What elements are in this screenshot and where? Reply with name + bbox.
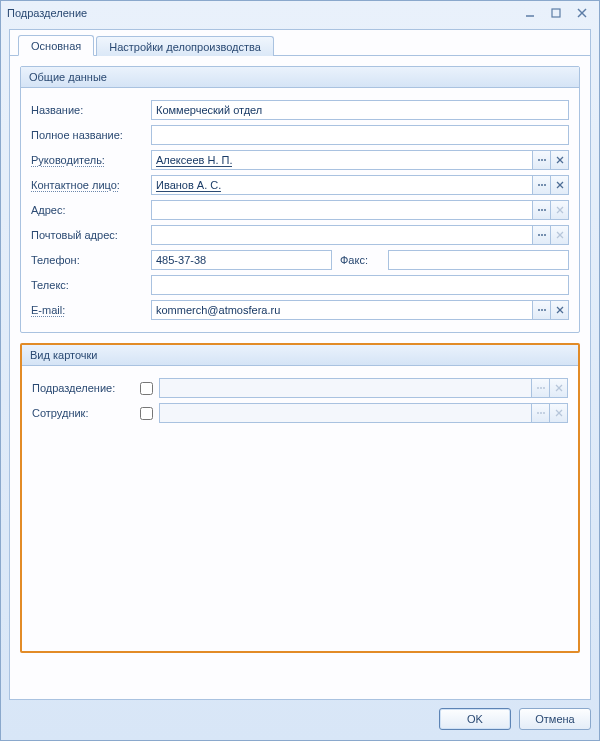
label-fullname: Полное название: — [31, 129, 151, 141]
post-address-clear-button — [551, 225, 569, 245]
label-contact[interactable]: Контактное лицо: — [31, 179, 151, 191]
svg-rect-1 — [552, 9, 560, 17]
svg-point-26 — [544, 309, 546, 311]
address-input[interactable] — [151, 200, 533, 220]
dialog-window: Подразделение Основная Настройки делопро… — [0, 0, 600, 741]
label-head[interactable]: Руководитель: — [31, 154, 151, 166]
dialog-footer: OK Отмена — [9, 704, 591, 734]
card-employee-browse-button — [532, 403, 550, 423]
label-fax: Факс: — [340, 254, 388, 266]
label-address: Адрес: — [31, 204, 151, 216]
titlebar: Подразделение — [1, 1, 599, 25]
post-address-browse-button[interactable] — [533, 225, 551, 245]
svg-point-25 — [541, 309, 543, 311]
label-email[interactable]: E-mail: — [31, 304, 151, 316]
fullname-input[interactable] — [151, 125, 569, 145]
svg-point-14 — [538, 209, 540, 211]
contact-input[interactable]: Иванов А. С. — [151, 175, 533, 195]
group-card-type-header: Вид карточки — [22, 345, 578, 366]
card-department-browse-button — [532, 378, 550, 398]
svg-point-24 — [538, 309, 540, 311]
label-card-employee: Сотрудник: — [32, 407, 140, 419]
label-name: Название: — [31, 104, 151, 116]
svg-point-35 — [540, 412, 542, 414]
close-button[interactable] — [571, 5, 593, 21]
svg-point-10 — [541, 184, 543, 186]
card-employee-clear-button — [550, 403, 568, 423]
telex-input[interactable] — [151, 275, 569, 295]
phone-input[interactable] — [151, 250, 332, 270]
card-department-clear-button — [550, 378, 568, 398]
label-card-department: Подразделение: — [32, 382, 140, 394]
label-telex: Телекс: — [31, 279, 151, 291]
fax-input[interactable] — [388, 250, 569, 270]
contact-clear-button[interactable] — [551, 175, 569, 195]
card-employee-input — [159, 403, 532, 423]
tab-main[interactable]: Основная — [18, 35, 94, 56]
name-input[interactable] — [151, 100, 569, 120]
group-card-type-body: Подразделение: Сотрудник: — [22, 366, 578, 435]
maximize-button[interactable] — [545, 5, 567, 21]
svg-point-6 — [544, 159, 546, 161]
tabpage-main: Общие данные Название: Полное название: … — [10, 56, 590, 699]
card-employee-checkbox[interactable] — [140, 407, 153, 420]
svg-point-36 — [543, 412, 545, 414]
card-department-input — [159, 378, 532, 398]
email-clear-button[interactable] — [551, 300, 569, 320]
label-phone: Телефон: — [31, 254, 151, 266]
email-input[interactable] — [151, 300, 533, 320]
window-title: Подразделение — [7, 7, 515, 19]
svg-point-5 — [541, 159, 543, 161]
cancel-button[interactable]: Отмена — [519, 708, 591, 730]
client-area: Основная Настройки делопроизводства Общи… — [9, 29, 591, 700]
svg-point-29 — [537, 387, 539, 389]
group-general-header: Общие данные — [21, 67, 579, 88]
address-clear-button — [551, 200, 569, 220]
contact-value: Иванов А. С. — [156, 179, 221, 192]
group-general: Общие данные Название: Полное название: … — [20, 66, 580, 333]
email-browse-button[interactable] — [533, 300, 551, 320]
head-clear-button[interactable] — [551, 150, 569, 170]
tab-settings[interactable]: Настройки делопроизводства — [96, 36, 274, 56]
svg-point-15 — [541, 209, 543, 211]
head-input[interactable]: Алексеев Н. П. — [151, 150, 533, 170]
head-value: Алексеев Н. П. — [156, 154, 232, 167]
svg-point-19 — [538, 234, 540, 236]
svg-point-11 — [544, 184, 546, 186]
svg-point-30 — [540, 387, 542, 389]
group-general-body: Название: Полное название: Руководитель:… — [21, 88, 579, 332]
ok-button[interactable]: OK — [439, 708, 511, 730]
svg-point-21 — [544, 234, 546, 236]
svg-point-20 — [541, 234, 543, 236]
svg-point-31 — [543, 387, 545, 389]
svg-point-9 — [538, 184, 540, 186]
address-browse-button[interactable] — [533, 200, 551, 220]
tabstrip: Основная Настройки делопроизводства — [10, 30, 590, 56]
svg-point-16 — [544, 209, 546, 211]
head-browse-button[interactable] — [533, 150, 551, 170]
svg-point-4 — [538, 159, 540, 161]
card-department-checkbox[interactable] — [140, 382, 153, 395]
post-address-input[interactable] — [151, 225, 533, 245]
group-card-type: Вид карточки Подразделение: Сотрудник: — [20, 343, 580, 653]
svg-point-34 — [537, 412, 539, 414]
minimize-button[interactable] — [519, 5, 541, 21]
label-post-address: Почтовый адрес: — [31, 229, 151, 241]
contact-browse-button[interactable] — [533, 175, 551, 195]
